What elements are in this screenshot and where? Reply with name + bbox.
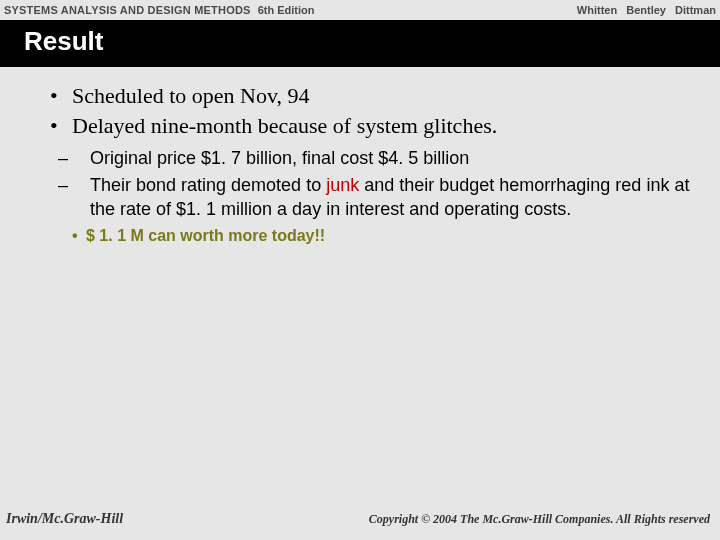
- slide-title-bar: Result: [0, 20, 720, 67]
- sub-bullet-2: Their bond rating demoted to junk and th…: [74, 173, 692, 222]
- slide-body: Scheduled to open Nov, 94 Delayed nine-m…: [0, 67, 720, 531]
- sub-bullet-1: Original price $1. 7 billion, final cost…: [74, 146, 692, 170]
- header-left: SYSTEMS ANALYSIS AND DESIGN METHODS 6th …: [4, 4, 314, 16]
- author-2: Bentley: [626, 4, 666, 16]
- book-title: SYSTEMS ANALYSIS AND DESIGN METHODS: [4, 4, 251, 16]
- bullet-2-text: Delayed nine-month because of system gli…: [72, 113, 497, 138]
- bullet-1-text: Scheduled to open Nov, 94: [72, 83, 309, 108]
- sub-bullet-2a-text: Their bond rating demoted to: [90, 175, 326, 195]
- publisher-label: Irwin/Mc.Graw-Hill: [6, 511, 123, 527]
- header-bar: SYSTEMS ANALYSIS AND DESIGN METHODS 6th …: [0, 0, 720, 20]
- header-authors: Whitten Bentley Dittman: [571, 4, 716, 16]
- bullet-list: Scheduled to open Nov, 94 Delayed nine-m…: [28, 81, 692, 140]
- bullet-1: Scheduled to open Nov, 94: [48, 81, 692, 111]
- sub-sub-bullet-1-text: $ 1. 1 M can worth more today!!: [86, 227, 325, 244]
- sub-bullet-1-text: Original price $1. 7 billion, final cost…: [90, 148, 469, 168]
- author-1: Whitten: [577, 4, 617, 16]
- book-edition: 6th Edition: [258, 4, 315, 16]
- author-3: Dittman: [675, 4, 716, 16]
- sub-bullet-list: Original price $1. 7 billion, final cost…: [74, 146, 692, 221]
- bullet-2: Delayed nine-month because of system gli…: [48, 111, 692, 141]
- sub-sub-bullet-1: $ 1. 1 M can worth more today!!: [72, 227, 692, 245]
- slide-title: Result: [24, 26, 720, 57]
- footer-bar: Irwin/Mc.Graw-Hill Copyright © 2004 The …: [0, 504, 720, 540]
- copyright-label: Copyright © 2004 The Mc.Graw-Hill Compan…: [369, 512, 710, 527]
- junk-highlight: junk: [326, 175, 359, 195]
- sub-sub-bullet-list: $ 1. 1 M can worth more today!!: [72, 227, 692, 245]
